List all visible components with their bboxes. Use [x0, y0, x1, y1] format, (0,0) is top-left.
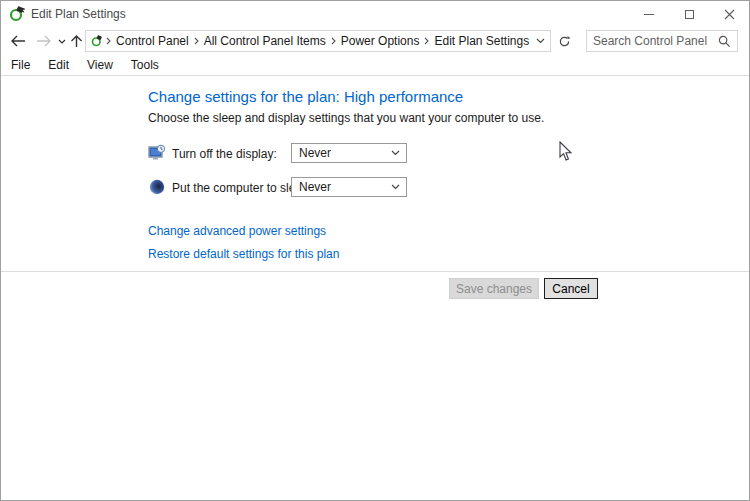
content-separator [1, 271, 749, 272]
back-button[interactable] [5, 27, 31, 55]
breadcrumb-all-control-panel-items[interactable]: All Control Panel Items [202, 34, 328, 48]
search-box[interactable]: Search Control Panel [586, 30, 738, 52]
chevron-down-icon [536, 38, 545, 44]
sleep-icon [148, 178, 166, 196]
sleep-timeout-select[interactable]: Never [291, 177, 407, 197]
sleep-timeout-value: Never [299, 180, 331, 194]
mouse-cursor [559, 141, 573, 162]
display-timeout-icon [148, 144, 166, 162]
menu-edit[interactable]: Edit [40, 56, 77, 74]
menu-tools[interactable]: Tools [123, 56, 167, 74]
up-button[interactable] [67, 27, 85, 55]
menu-file[interactable]: File [3, 56, 38, 74]
back-arrow-icon [10, 35, 26, 47]
maximize-icon [685, 10, 694, 19]
window-title: Edit Plan Settings [31, 7, 126, 21]
breadcrumb-separator-icon [103, 37, 114, 45]
power-options-icon [9, 6, 25, 22]
minimize-icon [644, 14, 654, 15]
breadcrumb-separator-icon [421, 37, 432, 45]
forward-button[interactable] [31, 27, 57, 55]
chevron-down-icon [391, 150, 400, 156]
search-input[interactable]: Search Control Panel [593, 34, 718, 48]
setting-label-display: Turn off the display: [172, 147, 277, 161]
minimize-button[interactable] [629, 1, 669, 27]
page-title: Change settings for the plan: High perfo… [148, 88, 463, 105]
address-history-button[interactable] [531, 38, 550, 44]
change-advanced-power-settings-link[interactable]: Change advanced power settings [148, 224, 326, 238]
menu-separator [1, 75, 749, 76]
refresh-icon [558, 35, 571, 48]
restore-default-settings-link[interactable]: Restore default settings for this plan [148, 247, 339, 261]
display-timeout-value: Never [299, 146, 331, 160]
menu-bar: File Edit View Tools [1, 55, 749, 75]
menu-view[interactable]: View [79, 56, 121, 74]
address-bar[interactable]: Control Panel All Control Panel Items Po… [85, 30, 551, 52]
chevron-down-icon [58, 39, 66, 44]
edit-plan-settings-window: Edit Plan Settings [0, 0, 750, 501]
cancel-button[interactable]: Cancel [544, 278, 598, 299]
window-controls [629, 1, 749, 27]
refresh-button[interactable] [553, 30, 575, 52]
chevron-down-icon [391, 184, 400, 190]
up-arrow-icon [70, 34, 83, 48]
breadcrumb-control-panel[interactable]: Control Panel [114, 34, 191, 48]
close-button[interactable] [709, 1, 749, 27]
power-options-icon [91, 34, 103, 48]
close-icon [724, 9, 735, 20]
search-icon[interactable] [718, 35, 731, 48]
maximize-button[interactable] [669, 1, 709, 27]
display-timeout-select[interactable]: Never [291, 143, 407, 163]
breadcrumb-separator-icon [328, 37, 339, 45]
breadcrumb-separator-icon [191, 37, 202, 45]
page-subtitle: Choose the sleep and display settings th… [148, 111, 544, 125]
title-bar: Edit Plan Settings [1, 1, 749, 27]
breadcrumb-edit-plan-settings[interactable]: Edit Plan Settings [432, 34, 531, 48]
breadcrumb-power-options[interactable]: Power Options [339, 34, 422, 48]
save-changes-button[interactable]: Save changes [449, 278, 539, 299]
navigation-bar: Control Panel All Control Panel Items Po… [1, 27, 749, 55]
forward-arrow-icon [36, 35, 52, 47]
